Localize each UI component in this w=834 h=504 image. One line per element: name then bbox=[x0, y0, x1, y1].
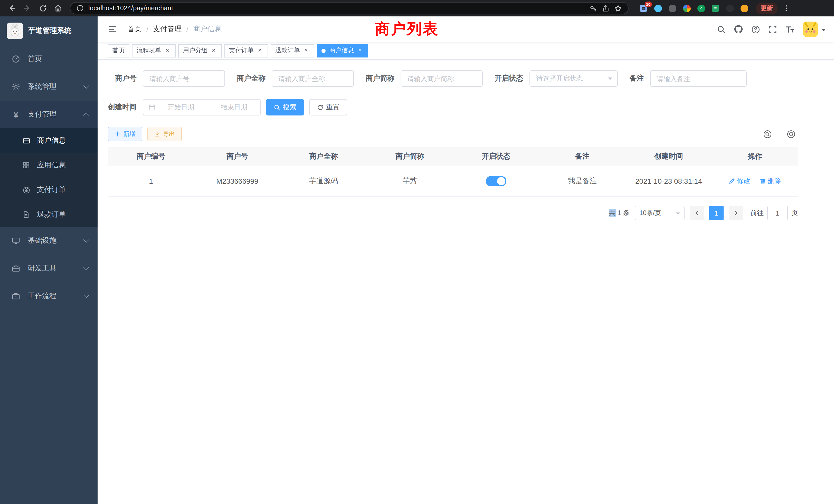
site-info-icon[interactable] bbox=[76, 5, 84, 12]
merchant-table: 商户编号 商户号 商户全称 商户简称 开启状态 备注 创建时间 操作 1 bbox=[108, 147, 798, 197]
sidebar-item-label: 商户信息 bbox=[37, 136, 66, 145]
delete-link[interactable]: 删除 bbox=[760, 177, 781, 186]
hamburger-icon[interactable] bbox=[106, 25, 119, 34]
sidebar-item-workflow[interactable]: 工作流程 bbox=[0, 282, 97, 310]
tab-user-group[interactable]: 用户分组 × bbox=[178, 44, 222, 57]
close-icon[interactable]: × bbox=[303, 47, 310, 54]
add-button[interactable]: 新增 bbox=[108, 127, 142, 141]
col-merchant-id: 商户编号 bbox=[108, 147, 194, 166]
sidebar-item-payment[interactable]: ¥ 支付管理 bbox=[0, 100, 97, 128]
page-size-select[interactable]: 10条/页 bbox=[635, 206, 684, 220]
search-button[interactable]: 搜索 bbox=[266, 99, 304, 115]
start-date-placeholder: 开始日期 bbox=[160, 102, 202, 112]
extension-notes-icon[interactable]: ≡ bbox=[711, 4, 720, 13]
breadcrumb-home[interactable]: 首页 bbox=[127, 25, 142, 34]
fullscreen-icon[interactable] bbox=[768, 25, 777, 33]
extension-badge: 10 bbox=[645, 2, 652, 7]
sidebar-item-pay-order[interactable]: 支付订单 bbox=[0, 178, 97, 202]
col-merchant-no: 商户号 bbox=[194, 147, 280, 166]
browser-update-button[interactable]: 更新 bbox=[756, 2, 777, 14]
logo-avatar bbox=[7, 23, 23, 39]
pagination: 共 1 条 10条/页 1 前往 bbox=[108, 206, 798, 220]
github-icon[interactable] bbox=[734, 25, 743, 34]
breadcrumb-payment[interactable]: 支付管理 bbox=[153, 25, 182, 34]
tab-refund-order[interactable]: 退款订单 × bbox=[271, 44, 314, 57]
sidebar-item-system[interactable]: 系统管理 bbox=[0, 73, 97, 100]
share-icon[interactable] bbox=[602, 4, 610, 12]
table-row: 1 M233666999 芋道源码 芋艿 我是备注 2021-10-23 08:… bbox=[108, 166, 798, 196]
tab-label: 流程表单 bbox=[137, 46, 161, 55]
sidebar-item-label: 研发工具 bbox=[28, 264, 84, 273]
extension-drop-icon[interactable] bbox=[653, 4, 662, 13]
browser-home-button[interactable] bbox=[51, 2, 65, 15]
export-button[interactable]: 导出 bbox=[147, 127, 182, 141]
create-time-range-picker[interactable]: 开始日期 - 结束日期 bbox=[143, 99, 261, 115]
browser-back-button[interactable] bbox=[5, 2, 19, 15]
cell-create-time: 2021-10-23 08:31:14 bbox=[626, 166, 712, 196]
search-icon[interactable] bbox=[717, 25, 726, 33]
tab-process-form[interactable]: 流程表单 × bbox=[132, 44, 176, 57]
reset-button[interactable]: 重置 bbox=[309, 99, 347, 115]
filter-status: 开启状态 请选择开启状态 bbox=[495, 70, 618, 87]
merchant-short-input[interactable] bbox=[400, 70, 483, 87]
next-page-button[interactable] bbox=[729, 206, 743, 220]
tab-merchant-info[interactable]: 商户信息 × bbox=[317, 44, 368, 57]
chevron-down-icon bbox=[676, 212, 680, 214]
credit-card-icon bbox=[22, 137, 31, 144]
close-icon[interactable]: × bbox=[256, 47, 263, 54]
col-actions: 操作 bbox=[712, 147, 798, 166]
sidebar-item-infrastructure[interactable]: 基础设施 bbox=[0, 227, 97, 255]
page-number-1[interactable]: 1 bbox=[709, 206, 724, 220]
extension-check-icon[interactable]: ✓ bbox=[696, 4, 706, 13]
user-menu[interactable] bbox=[803, 22, 826, 37]
merchant-no-input[interactable] bbox=[143, 70, 225, 87]
filter-row-1: 商户号 商户全称 商户简称 开启状态 请选择开启状态 bbox=[108, 70, 798, 87]
edit-link[interactable]: 修改 bbox=[729, 177, 750, 186]
table-header-row: 商户编号 商户号 商户全称 商户简称 开启状态 备注 创建时间 操作 bbox=[108, 147, 798, 166]
goto-label: 前往 bbox=[750, 208, 764, 217]
goto-page-input[interactable] bbox=[767, 206, 788, 220]
status-toggle[interactable] bbox=[486, 176, 506, 186]
filter-merchant-name: 商户全称 bbox=[237, 70, 354, 87]
app-logo[interactable]: 芋道管理系统 bbox=[0, 17, 97, 45]
close-icon[interactable]: × bbox=[356, 47, 364, 54]
tab-pay-order[interactable]: 支付订单 × bbox=[224, 44, 268, 57]
filter-create-time: 创建时间 开始日期 - 结束日期 bbox=[108, 99, 261, 115]
sidebar-item-dev-tools[interactable]: 研发工具 bbox=[0, 255, 97, 282]
sidebar-item-merchant-info[interactable]: 商户信息 bbox=[0, 128, 97, 153]
extension-grid-icon[interactable]: ▦ 10 bbox=[639, 4, 648, 13]
refresh-icon[interactable] bbox=[784, 127, 798, 141]
extension-gray-icon[interactable] bbox=[667, 4, 677, 13]
browser-forward-button[interactable] bbox=[21, 2, 34, 15]
cell-actions: 修改 删除 bbox=[712, 166, 798, 196]
calendar-icon bbox=[148, 104, 156, 111]
address-bar[interactable]: localhost:1024/pay/merchant bbox=[70, 2, 629, 14]
prev-page-button[interactable] bbox=[690, 206, 704, 220]
close-icon[interactable]: × bbox=[164, 47, 171, 54]
tab-home[interactable]: 首页 bbox=[108, 44, 129, 57]
extension-face-icon[interactable] bbox=[740, 4, 749, 13]
extension-dark-icon[interactable] bbox=[725, 4, 734, 13]
help-icon[interactable] bbox=[751, 25, 760, 33]
bookmark-star-icon[interactable] bbox=[614, 4, 622, 12]
tab-label: 用户分组 bbox=[183, 46, 207, 55]
extension-color-wheel-icon[interactable] bbox=[682, 4, 691, 13]
font-size-icon[interactable] bbox=[785, 25, 794, 34]
merchant-name-input[interactable] bbox=[272, 70, 354, 87]
browser-menu-icon[interactable] bbox=[780, 2, 793, 15]
toggle-search-icon[interactable] bbox=[760, 127, 774, 141]
browser-reload-button[interactable] bbox=[36, 2, 49, 15]
close-icon[interactable]: × bbox=[210, 47, 217, 54]
sidebar-item-refund-order[interactable]: 退款订单 bbox=[0, 202, 97, 227]
col-status: 开启状态 bbox=[453, 147, 539, 166]
remark-input[interactable] bbox=[650, 70, 747, 87]
cell-remark: 我是备注 bbox=[539, 166, 626, 196]
sidebar-item-home[interactable]: 首页 bbox=[0, 45, 97, 73]
status-select[interactable]: 请选择开启状态 bbox=[529, 70, 618, 87]
sidebar-item-app-info[interactable]: 应用信息 bbox=[0, 153, 97, 178]
password-key-icon[interactable] bbox=[590, 4, 597, 12]
pagination-goto: 前往 页 bbox=[750, 206, 798, 220]
briefcase-icon bbox=[11, 292, 21, 300]
breadcrumb: 首页 / 支付管理 / 商户信息 bbox=[127, 25, 222, 34]
filter-remark: 备注 bbox=[630, 70, 747, 87]
